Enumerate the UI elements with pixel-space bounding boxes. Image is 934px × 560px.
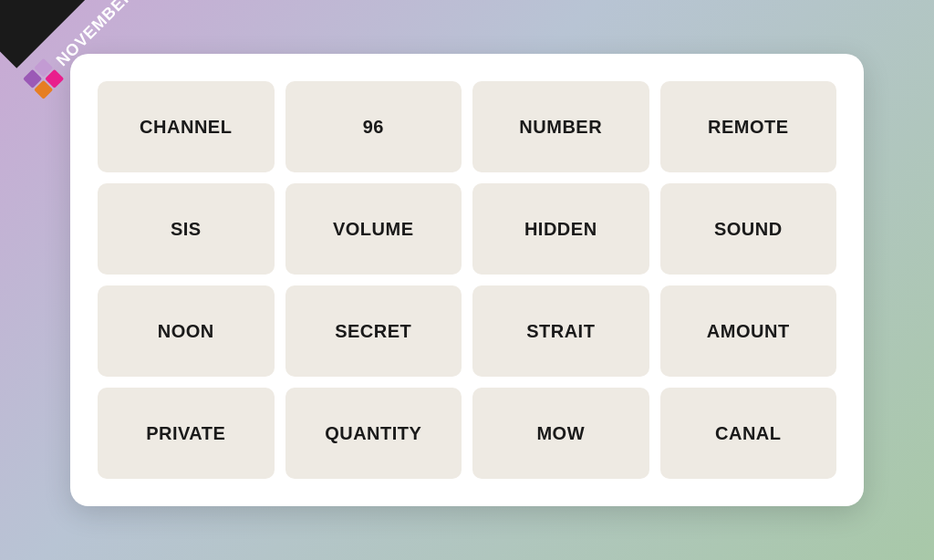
tile-hidden[interactable]: HIDDEN [472, 183, 649, 275]
tile-sound[interactable]: SOUND [660, 183, 837, 275]
tile-96[interactable]: 96 [285, 81, 462, 172]
tile-amount[interactable]: AMOUNT [660, 285, 837, 377]
tile-label-noon: NOON [158, 321, 214, 342]
tile-secret[interactable]: SECRET [285, 285, 462, 377]
tile-label-channel: CHANNEL [140, 117, 232, 138]
tile-private[interactable]: PRIVATE [98, 388, 275, 479]
tile-strait[interactable]: STRAIT [472, 285, 649, 377]
tile-label-strait: STRAIT [526, 321, 595, 342]
tile-number[interactable]: NUMBER [472, 81, 649, 172]
tile-label-quantity: QUANTITY [325, 423, 421, 444]
tile-label-private: PRIVATE [146, 423, 225, 444]
tile-volume[interactable]: VOLUME [285, 183, 462, 275]
main-card: CHANNEL96NUMBERREMOTESISVOLUMEHIDDENSOUN… [70, 54, 864, 506]
tile-label-secret: SECRET [335, 321, 411, 342]
tile-label-sound: SOUND [714, 219, 783, 240]
tile-canal[interactable]: CANAL [660, 388, 837, 479]
tile-channel[interactable]: CHANNEL [98, 81, 275, 172]
tile-label-mow: MOW [536, 423, 585, 444]
tile-quantity[interactable]: QUANTITY [285, 388, 462, 479]
tile-label-sis: SIS [171, 219, 202, 240]
tile-label-remote: REMOTE [708, 117, 789, 138]
tile-label-amount: AMOUNT [707, 321, 790, 342]
tile-noon[interactable]: NOON [98, 285, 275, 377]
app-icon [23, 58, 64, 99]
tile-label-volume: VOLUME [333, 219, 414, 240]
tile-sis[interactable]: SIS [98, 183, 275, 275]
tile-label-hidden: HIDDEN [524, 219, 597, 240]
tile-label-96: 96 [363, 117, 384, 138]
tile-remote[interactable]: REMOTE [660, 81, 837, 172]
tile-mow[interactable]: MOW [472, 388, 649, 479]
word-grid: CHANNEL96NUMBERREMOTESISVOLUMEHIDDENSOUN… [98, 81, 836, 479]
tile-label-number: NUMBER [519, 117, 602, 138]
tile-label-canal: CANAL [715, 423, 782, 444]
